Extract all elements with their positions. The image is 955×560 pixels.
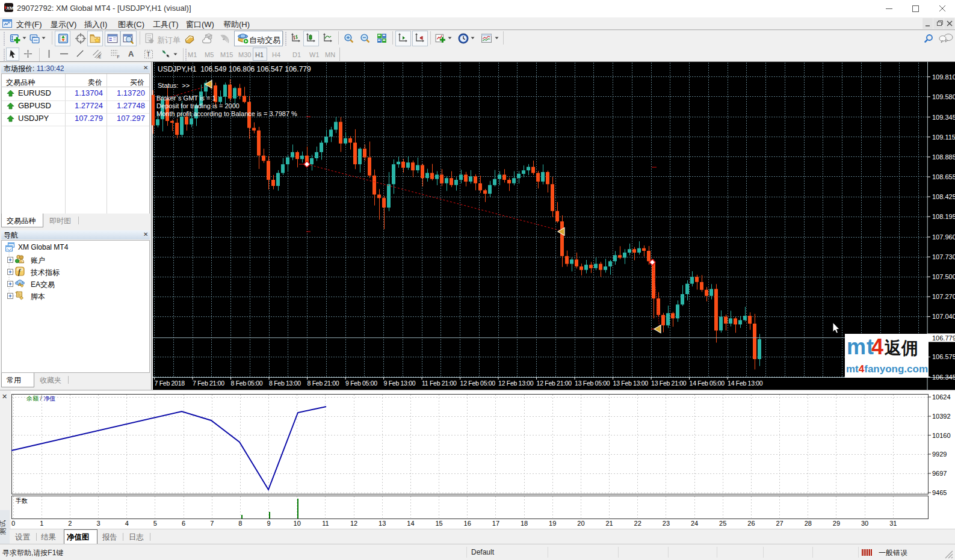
svg-text:21: 21	[605, 520, 613, 527]
svg-text:✕: ✕	[2, 393, 7, 400]
svg-text:106.575: 106.575	[932, 353, 955, 360]
svg-text:108.425: 108.425	[932, 193, 955, 200]
svg-text:107.730: 107.730	[932, 253, 955, 260]
svg-text:7: 7	[210, 520, 214, 527]
svg-text:27: 27	[776, 520, 783, 527]
svg-text:9697: 9697	[932, 470, 947, 477]
svg-text:24: 24	[691, 520, 698, 527]
svg-text:8: 8	[238, 520, 242, 527]
svg-text:30: 30	[861, 520, 868, 527]
svg-text:28: 28	[805, 520, 812, 527]
svg-text:17: 17	[492, 520, 499, 527]
svg-text:E: E	[99, 55, 102, 59]
svg-text:8 Feb 21:00: 8 Feb 21:00	[308, 380, 339, 387]
svg-text:5: 5	[153, 520, 157, 527]
svg-text:19: 19	[549, 520, 556, 527]
svg-text:7 Feb 21:00: 7 Feb 21:00	[193, 380, 224, 387]
svg-text:26: 26	[747, 520, 755, 527]
svg-text:107.270: 107.270	[932, 293, 955, 300]
svg-text:107.960: 107.960	[932, 233, 955, 241]
svg-text:13 Feb 21:00: 13 Feb 21:00	[651, 380, 687, 387]
svg-text:109.115: 109.115	[932, 134, 955, 141]
svg-text:13 Feb 05:00: 13 Feb 05:00	[575, 380, 610, 387]
svg-text:109.810: 109.810	[932, 73, 955, 81]
svg-text:109.580: 109.580	[932, 93, 955, 100]
svg-text:12 Feb 05:00: 12 Feb 05:00	[460, 380, 496, 387]
svg-text:6: 6	[182, 520, 185, 527]
svg-text:106.779: 106.779	[932, 334, 955, 342]
svg-text:20: 20	[577, 520, 584, 527]
svg-text:15: 15	[435, 520, 442, 527]
svg-text:9 Feb 05:00: 9 Feb 05:00	[345, 380, 377, 387]
svg-text:29: 29	[833, 520, 840, 527]
svg-text:余额 / 净值: 余额 / 净值	[26, 395, 55, 402]
svg-text:F: F	[117, 55, 120, 59]
svg-text:4: 4	[125, 520, 129, 527]
svg-text:109.345: 109.345	[932, 114, 955, 121]
svg-text:11 Feb 21:00: 11 Feb 21:00	[422, 380, 457, 387]
svg-text:mt: mt	[847, 334, 874, 359]
svg-text:8 Feb 13:00: 8 Feb 13:00	[269, 380, 301, 387]
svg-text:T: T	[147, 51, 150, 58]
svg-text:106.345: 106.345	[932, 374, 955, 381]
svg-text:11: 11	[322, 520, 329, 527]
svg-text:9: 9	[267, 520, 270, 527]
svg-text:13: 13	[379, 520, 386, 527]
svg-text:4: 4	[871, 334, 883, 359]
svg-text:14: 14	[407, 520, 414, 527]
svg-text:12 Feb 13:00: 12 Feb 13:00	[498, 380, 534, 387]
svg-text:7 Feb 2018: 7 Feb 2018	[155, 380, 185, 387]
svg-text:108.885: 108.885	[932, 153, 955, 161]
svg-text:18: 18	[521, 520, 528, 527]
svg-text:10: 10	[294, 520, 301, 527]
svg-text:108.655: 108.655	[932, 173, 955, 180]
svg-text:9929: 9929	[932, 451, 947, 458]
svg-text:Broker`s GMT is = 1: Broker`s GMT is = 1	[156, 94, 216, 102]
svg-text:10392: 10392	[932, 413, 951, 420]
svg-text:USDJPY,H1 106.549 106.806 106: USDJPY,H1 106.549 106.806 106.547 106.77…	[158, 65, 311, 73]
svg-text:1: 1	[40, 520, 43, 527]
svg-text:9 Feb 13:00: 9 Feb 13:00	[384, 380, 416, 387]
svg-text:10624: 10624	[932, 393, 951, 401]
svg-text:22: 22	[634, 520, 641, 527]
svg-text:XM: XM	[6, 5, 14, 10]
svg-text:手数: 手数	[15, 497, 28, 504]
svg-text:31: 31	[889, 520, 897, 527]
svg-text:0: 0	[11, 520, 15, 527]
svg-text:107.500: 107.500	[932, 273, 955, 280]
svg-text:108.195: 108.195	[932, 213, 955, 220]
svg-text:Month profit according to Bala: Month profit according to Balance is = 3…	[156, 110, 297, 117]
svg-text:返佣: 返佣	[884, 339, 918, 357]
svg-text:12 Feb 21:00: 12 Feb 21:00	[537, 380, 572, 387]
svg-text:14 Feb 13:00: 14 Feb 13:00	[728, 380, 763, 387]
svg-text:23: 23	[663, 520, 670, 527]
svg-text:2: 2	[68, 520, 72, 527]
svg-text:16: 16	[464, 520, 471, 527]
svg-text:测试: 测试	[0, 520, 7, 535]
svg-text:10160: 10160	[932, 432, 951, 439]
svg-text:107.040: 107.040	[932, 313, 955, 320]
svg-text:8 Feb 05:00: 8 Feb 05:00	[231, 380, 263, 387]
svg-text:9465: 9465	[932, 489, 947, 496]
svg-text:mt4fanyong.com: mt4fanyong.com	[846, 363, 928, 375]
svg-text:3: 3	[96, 520, 100, 527]
svg-text:Status: >>: Status: >>	[158, 82, 190, 89]
svg-text:25: 25	[719, 520, 726, 527]
svg-text:13 Feb 13:00: 13 Feb 13:00	[613, 380, 649, 387]
svg-text:12: 12	[350, 520, 357, 527]
svg-text:Deposit for trading is = 2000: Deposit for trading is = 2000	[156, 102, 240, 109]
svg-text:14 Feb 05:00: 14 Feb 05:00	[690, 380, 725, 387]
